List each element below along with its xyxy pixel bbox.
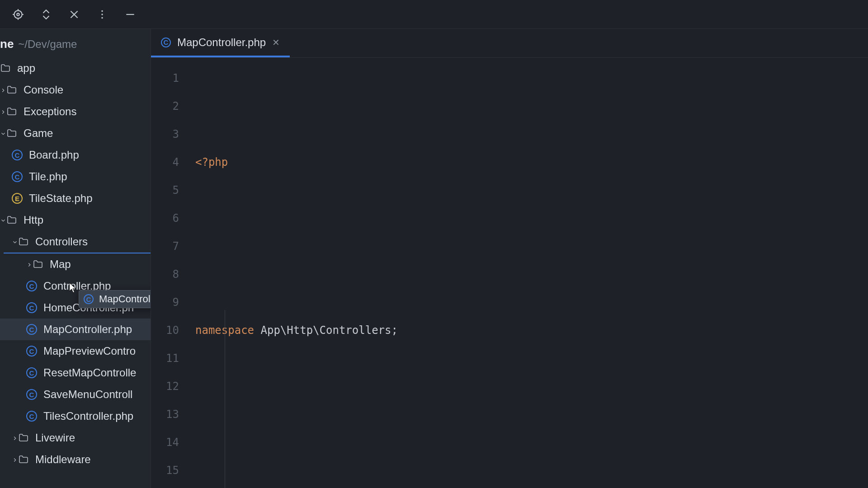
- file-resetmapcontroller[interactable]: C ResetMapControlle: [0, 362, 151, 384]
- tab-mapcontroller[interactable]: C MapController.php ✕: [151, 29, 290, 57]
- line-number: 3: [151, 120, 192, 148]
- file-label: MapPreviewContro: [43, 345, 136, 357]
- file-label: Board.php: [29, 149, 79, 161]
- file-label: TilesController.php: [43, 410, 133, 422]
- folder-label: Controllers: [35, 235, 88, 248]
- svg-point-9: [101, 14, 103, 15]
- folder-label: Livewire: [35, 432, 75, 444]
- line-number: 10: [151, 316, 192, 344]
- folder-label: Map: [50, 258, 71, 271]
- code-line: [192, 400, 868, 428]
- chevron-down-icon: [0, 127, 6, 140]
- line-number: 13: [151, 400, 192, 428]
- folder-livewire[interactable]: Livewire: [0, 427, 151, 449]
- project-path: ~/Dev/game: [18, 38, 77, 51]
- more-icon[interactable]: [96, 8, 108, 21]
- class-icon: C: [12, 150, 23, 160]
- class-icon: C: [26, 367, 37, 378]
- chevron-right-icon: [12, 432, 18, 444]
- folder-game[interactable]: Game: [0, 122, 151, 144]
- code-line: <?php: [192, 148, 868, 176]
- line-number: 9: [151, 288, 192, 316]
- folder-exceptions[interactable]: Exceptions: [0, 101, 151, 122]
- folder-label: app: [17, 62, 35, 75]
- file-mapcontroller[interactable]: C MapController.php: [0, 319, 151, 340]
- tab-bar: C MapController.php ✕: [151, 29, 868, 58]
- gutter: 1 2 3 4 5 6 7 8 9 10 11 12 13 14 15 16: [151, 58, 192, 488]
- folder-controllers[interactable]: Controllers: [0, 231, 151, 253]
- line-number: 15: [151, 456, 192, 484]
- line-number: 5: [151, 176, 192, 204]
- folder-map[interactable]: Map: [0, 253, 151, 275]
- code-line: [192, 232, 868, 260]
- class-icon: C: [26, 324, 37, 335]
- project-sidebar: ne ~/Dev/game app Console Exceptions Gam…: [0, 29, 151, 488]
- target-icon[interactable]: [12, 8, 24, 21]
- file-label: SaveMenuControll: [43, 388, 132, 401]
- folder-app[interactable]: app: [0, 57, 151, 79]
- code-viewport[interactable]: 1 2 3 4 5 6 7 8 9 10 11 12 13 14 15 16 <…: [151, 58, 868, 488]
- chevron-down-icon: [0, 214, 6, 226]
- line-number: 7: [151, 232, 192, 260]
- minimize-icon[interactable]: [124, 8, 137, 21]
- line-number: 14: [151, 428, 192, 456]
- chevron-right-icon: [12, 453, 18, 466]
- folder-icon: [0, 63, 11, 74]
- folder-icon: [18, 454, 29, 465]
- line-number: 1: [151, 64, 192, 92]
- file-label: ResetMapControlle: [43, 366, 136, 379]
- line-number: 16: [151, 484, 192, 488]
- sidebar-toolbar: [0, 0, 868, 29]
- file-tilescontroller[interactable]: C TilesController.php: [0, 405, 151, 427]
- project-root[interactable]: ne ~/Dev/game: [0, 29, 151, 57]
- chevron-right-icon: [0, 84, 6, 96]
- code-body[interactable]: <?php namespace App\Http\Controllers; us…: [192, 58, 868, 488]
- file-savemenucontroller[interactable]: C SaveMenuControll: [0, 384, 151, 405]
- folder-icon: [6, 128, 17, 139]
- line-number: 12: [151, 372, 192, 400]
- code-line: use App\Map\MapGame;: [192, 484, 868, 488]
- cursor-icon: [69, 282, 77, 294]
- code-line: namespace App\Http\Controllers;: [192, 316, 868, 344]
- folder-icon: [6, 215, 17, 225]
- close-tab-icon[interactable]: ✕: [272, 37, 280, 48]
- sort-icon[interactable]: [40, 8, 52, 21]
- chevron-right-icon: [26, 258, 33, 271]
- folder-console[interactable]: Console: [0, 79, 151, 101]
- class-icon: C: [12, 171, 23, 182]
- file-board[interactable]: C Board.php: [0, 144, 151, 166]
- svg-point-10: [101, 17, 103, 18]
- drag-tooltip-label: MapController.php: [99, 293, 151, 305]
- folder-icon: [18, 432, 29, 443]
- chevron-down-icon: [12, 235, 18, 248]
- class-icon: C: [161, 38, 171, 47]
- folder-label: Console: [24, 84, 63, 96]
- folder-icon: [6, 106, 17, 117]
- svg-point-0: [14, 10, 22, 18]
- folder-label: Game: [24, 127, 53, 140]
- folder-icon: [33, 259, 43, 270]
- file-label: Tile.php: [29, 170, 67, 183]
- line-number: 4: [151, 148, 192, 176]
- svg-point-1: [17, 13, 19, 15]
- project-name: ne: [0, 37, 14, 51]
- line-number: 6: [151, 204, 192, 232]
- file-label: MapController.php: [43, 323, 132, 336]
- folder-label: Http: [24, 214, 43, 226]
- file-label: TileState.php: [29, 192, 93, 205]
- close-icon[interactable]: [68, 8, 80, 21]
- folder-http[interactable]: Http: [0, 209, 151, 231]
- file-mappreviewcontroller[interactable]: C MapPreviewContro: [0, 340, 151, 362]
- class-icon: C: [26, 346, 37, 357]
- enum-icon: E: [12, 193, 23, 204]
- editor-area: C MapController.php ✕ 1 2 3 4 5 6 7 8 9 …: [151, 29, 868, 488]
- tab-title: MapController.php: [177, 36, 266, 49]
- folder-middleware[interactable]: Middleware: [0, 449, 151, 470]
- file-tile[interactable]: C Tile.php: [0, 166, 151, 188]
- folder-label: Exceptions: [24, 105, 76, 118]
- indent-guide: [225, 310, 225, 488]
- class-icon: C: [84, 294, 94, 304]
- line-number: 2: [151, 92, 192, 120]
- class-icon: C: [26, 281, 37, 291]
- file-tilestate[interactable]: E TileState.php: [0, 188, 151, 209]
